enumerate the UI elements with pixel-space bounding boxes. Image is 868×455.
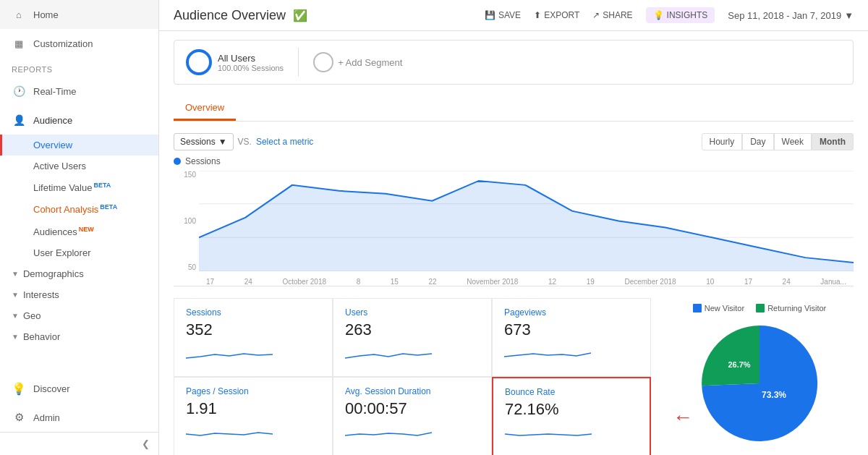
sidebar-item-customization[interactable]: ▦ Customization bbox=[0, 29, 158, 58]
tabs: Overview bbox=[174, 96, 854, 122]
users-sparkline bbox=[345, 344, 432, 365]
sidebar-item-user-explorer[interactable]: User Explorer bbox=[0, 242, 158, 263]
bounce-rate-label: Bounce Rate bbox=[505, 387, 638, 397]
interests-label: Interests bbox=[23, 289, 59, 300]
y-label-150: 150 bbox=[184, 171, 196, 179]
metric-label: Sessions bbox=[180, 137, 216, 147]
pages-session-value: 1.91 bbox=[186, 399, 320, 418]
metric-selector: Sessions ▼ VS. Select a metric bbox=[174, 133, 313, 150]
sidebar-item-cohort[interactable]: Cohort AnalysisBETA bbox=[0, 198, 158, 220]
sidebar-item-audience[interactable]: 👤 Audience bbox=[0, 106, 158, 135]
sidebar-item-home[interactable]: ⌂ Home bbox=[0, 0, 158, 29]
date-range-selector[interactable]: Sep 11, 2018 - Jan 7, 2019 ▼ bbox=[728, 10, 854, 21]
cohort-badge: BETA bbox=[100, 203, 117, 211]
segment-divider bbox=[298, 48, 299, 77]
add-segment-circle bbox=[313, 52, 333, 72]
bounce-rate-value: 72.16% bbox=[505, 400, 638, 419]
users-value: 263 bbox=[345, 320, 480, 339]
date-range-text: Sep 11, 2018 - Jan 7, 2019 bbox=[728, 10, 841, 21]
week-button[interactable]: Week bbox=[774, 133, 812, 150]
x-label-oct: October 2018 bbox=[282, 278, 326, 286]
audiences-badge: NEW bbox=[79, 226, 94, 233]
sidebar-item-audiences[interactable]: AudiencesNEW bbox=[0, 221, 158, 242]
audience-label: Audience bbox=[33, 115, 72, 126]
stat-pageviews: Pageviews 673 bbox=[492, 298, 651, 377]
insights-label: INSIGHTS bbox=[667, 10, 708, 20]
stats-pie-section: Sessions 352 Users 263 bbox=[174, 298, 854, 455]
topbar-actions: 💾 SAVE ⬆ EXPORT ↗ SHARE 💡 INSIGHTS Sep 1… bbox=[485, 7, 854, 23]
geo-label: Geo bbox=[23, 310, 41, 321]
insights-button[interactable]: 💡 INSIGHTS bbox=[646, 7, 715, 23]
topbar: Audience Overview ✅ 💾 SAVE ⬆ EXPORT ↗ SH… bbox=[159, 0, 868, 31]
new-visitor-label: New Visitor bbox=[705, 304, 744, 312]
tab-overview[interactable]: Overview bbox=[174, 96, 236, 121]
x-label-12: 12 bbox=[548, 278, 556, 286]
returning-visitor-pct-label: 26.7% bbox=[728, 360, 750, 369]
chart-svg-container bbox=[199, 171, 854, 271]
pages-sparkline bbox=[186, 422, 273, 444]
save-label: SAVE bbox=[498, 10, 521, 20]
sidebar-item-active-users[interactable]: Active Users bbox=[0, 156, 158, 177]
export-button[interactable]: ⬆ EXPORT bbox=[534, 10, 579, 20]
returning-visitor-label: Returning Visitor bbox=[767, 304, 826, 312]
save-button[interactable]: 💾 SAVE bbox=[485, 10, 521, 20]
export-icon: ⬆ bbox=[534, 10, 541, 20]
x-label-15: 15 bbox=[391, 278, 399, 286]
content-wrapper: All Users 100.00% Sessions + Add Segment… bbox=[159, 31, 868, 455]
time-buttons: Hourly Day Week Month bbox=[702, 133, 854, 150]
y-axis: 150 100 50 bbox=[174, 171, 199, 271]
insights-icon: 💡 bbox=[653, 10, 664, 20]
returning-visitor-slice bbox=[702, 326, 760, 386]
demographics-arrow: ▼ bbox=[12, 270, 19, 278]
users-label: Users bbox=[345, 307, 480, 318]
new-visitor-pct-label: 73.3% bbox=[762, 390, 786, 400]
person-icon: 👤 bbox=[12, 113, 26, 127]
returning-visitor-color bbox=[756, 304, 765, 312]
select-metric-link[interactable]: Select a metric bbox=[256, 137, 313, 147]
share-icon: ↗ bbox=[592, 10, 600, 20]
overview-label: Overview bbox=[33, 140, 72, 150]
red-arrow: ← bbox=[673, 406, 693, 429]
pie-legend: New Visitor Returning Visitor bbox=[693, 304, 827, 312]
collapse-icon: ❮ bbox=[142, 438, 150, 449]
x-label-nov: November 2018 bbox=[467, 278, 518, 286]
sidebar-item-lifetime-value[interactable]: Lifetime ValueBETA bbox=[0, 177, 158, 198]
lifetime-value-badge: BETA bbox=[93, 182, 111, 189]
discover-icon: 💡 bbox=[12, 381, 26, 396]
sidebar-item-discover[interactable]: 💡 Discover bbox=[0, 374, 158, 403]
add-segment-button[interactable]: + Add Segment bbox=[313, 52, 402, 72]
sidebar-item-realtime[interactable]: 🕐 Real-Time bbox=[0, 77, 158, 106]
all-users-circle bbox=[186, 49, 212, 75]
sidebar-item-interests[interactable]: ▼ Interests bbox=[0, 284, 158, 305]
sidebar: ⌂ Home ▦ Customization REPORTS 🕐 Real-Ti… bbox=[0, 0, 159, 455]
stat-avg-session: Avg. Session Duration 00:00:57 bbox=[333, 377, 492, 455]
stats-row-2: Pages / Session 1.91 Avg. Session Durati… bbox=[174, 377, 651, 455]
x-label-22: 22 bbox=[429, 278, 437, 286]
x-label-10: 10 bbox=[706, 278, 714, 286]
hourly-button[interactable]: Hourly bbox=[702, 133, 743, 150]
sidebar-item-behavior[interactable]: ▼ Behavior bbox=[0, 326, 158, 347]
page-title: Audience Overview bbox=[174, 8, 286, 23]
share-button[interactable]: ↗ SHARE bbox=[592, 10, 632, 20]
stat-sessions: Sessions 352 bbox=[174, 298, 333, 377]
customization-label: Customization bbox=[33, 38, 93, 49]
sidebar-collapse-button[interactable]: ❮ bbox=[0, 432, 158, 455]
sidebar-item-demographics[interactable]: ▼ Demographics bbox=[0, 263, 158, 284]
admin-gear-icon: ⚙ bbox=[12, 410, 26, 425]
sidebar-item-admin[interactable]: ⚙ Admin bbox=[0, 403, 158, 432]
chart-legend: Sessions bbox=[174, 156, 854, 166]
chart-svg bbox=[199, 171, 854, 271]
y-label-50: 50 bbox=[188, 263, 196, 271]
month-button[interactable]: Month bbox=[812, 133, 854, 150]
grid-icon: ▦ bbox=[12, 36, 26, 51]
active-users-label: Active Users bbox=[33, 161, 86, 171]
content-area: All Users 100.00% Sessions + Add Segment… bbox=[159, 31, 868, 455]
sidebar-item-geo[interactable]: ▼ Geo bbox=[0, 305, 158, 326]
pageviews-label: Pageviews bbox=[504, 307, 639, 318]
audiences-label: Audiences bbox=[33, 226, 77, 237]
share-label: SHARE bbox=[603, 10, 632, 20]
day-button[interactable]: Day bbox=[742, 133, 773, 150]
sessions-metric-button[interactable]: Sessions ▼ bbox=[174, 133, 234, 150]
sidebar-item-overview[interactable]: Overview bbox=[0, 135, 158, 156]
all-users-segment[interactable]: All Users 100.00% Sessions bbox=[186, 49, 284, 75]
